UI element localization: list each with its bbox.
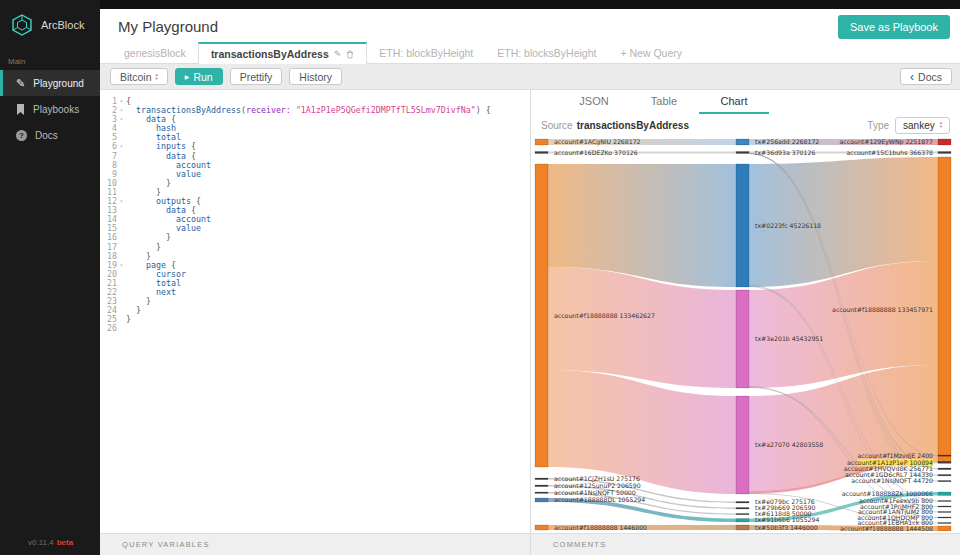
sankey-node-label: tx#50b3f3 1446000	[755, 524, 818, 531]
sankey-node[interactable]	[938, 526, 951, 531]
query-editor[interactable]: 1▾{2▾ transactionsByAddress(receiver: "1…	[100, 90, 530, 533]
run-button[interactable]: ▶ Run	[175, 68, 223, 85]
sankey-node[interactable]	[535, 498, 548, 502]
sidebar-item-playbooks[interactable]: Playbooks	[0, 96, 100, 122]
code-text: total	[126, 279, 530, 288]
sankey-node[interactable]	[736, 502, 749, 504]
sidebar-item-docs[interactable]: ?Docs	[0, 122, 100, 148]
fold-gutter	[117, 124, 126, 133]
edit-tab-icon[interactable]: ✎	[334, 49, 342, 59]
code-line: 22 next	[100, 288, 530, 297]
sankey-node[interactable]	[736, 525, 749, 530]
sankey-node[interactable]	[736, 514, 749, 515]
fold-arrow-icon[interactable]: ▾	[117, 97, 126, 106]
toolbar: Bitcoin ▴▾ ▶ Run Prettify History ‹ Docs	[100, 64, 960, 90]
results-tab-chart[interactable]: Chart	[699, 90, 769, 114]
sankey-node[interactable]	[938, 139, 951, 145]
results-panel: JSONTableChart Source transactionsByAddr…	[530, 90, 960, 533]
delete-tab-icon[interactable]	[346, 50, 354, 59]
sankey-node-label: account#188888DL 1055294	[554, 496, 645, 503]
fold-gutter	[117, 152, 126, 161]
sankey-node[interactable]	[938, 523, 951, 524]
fold-gutter	[117, 270, 126, 279]
sankey-node[interactable]	[535, 485, 548, 487]
sankey-node[interactable]	[938, 462, 951, 464]
sankey-node[interactable]	[535, 164, 548, 467]
sankey-node[interactable]	[938, 501, 951, 502]
fold-gutter	[117, 233, 126, 242]
sankey-node[interactable]	[736, 152, 749, 154]
save-as-playbook-button[interactable]: Save as Playbook	[838, 15, 950, 39]
sankey-node[interactable]	[736, 164, 749, 287]
sankey-node[interactable]	[736, 396, 749, 494]
sankey-node[interactable]	[938, 157, 951, 462]
sankey-node[interactable]	[736, 519, 749, 523]
sankey-node[interactable]	[736, 508, 749, 510]
results-tab-json[interactable]: JSON	[559, 90, 629, 114]
fold-arrow-icon[interactable]: ▾	[117, 197, 126, 206]
comments-bar[interactable]: COMMENTS	[530, 533, 960, 555]
sankey-node-label: account#188888ZK 1000066	[842, 490, 933, 497]
sankey-node-label: tx#0223fc 45226118	[755, 222, 821, 229]
fold-arrow-icon[interactable]: ▾	[117, 142, 126, 151]
prettify-button[interactable]: Prettify	[230, 68, 283, 85]
sankey-node[interactable]	[535, 478, 548, 480]
sankey-node[interactable]	[938, 506, 951, 507]
query-tab-transactionsbyaddress[interactable]: transactionsByAddress✎	[198, 42, 367, 64]
history-button[interactable]: History	[289, 68, 342, 85]
sidebar-item-label: Playbooks	[33, 104, 79, 115]
fold-arrow-icon[interactable]: ▾	[117, 261, 126, 270]
sankey-node[interactable]	[938, 455, 951, 456]
code-text: value	[126, 170, 530, 179]
query-variables-bar[interactable]: QUERY VARIABLES	[100, 533, 530, 555]
sankey-node[interactable]	[938, 468, 951, 470]
sankey-node[interactable]	[736, 290, 749, 388]
fold-gutter	[117, 133, 126, 142]
fold-gutter	[117, 306, 126, 315]
sidebar-item-playground[interactable]: ✎Playground	[0, 70, 100, 96]
query-tab-eth-blocksbyheight[interactable]: ETH: blocksByHeight	[485, 42, 608, 63]
sankey-node[interactable]	[535, 139, 548, 145]
fold-gutter	[117, 315, 126, 324]
sankey-chart: account#1ACgNiU 2268172account#16DEZKo 3…	[533, 137, 955, 531]
query-tab-label: ETH: blocksByHeight	[497, 47, 596, 59]
code-text: }	[126, 243, 530, 252]
fold-gutter	[117, 188, 126, 197]
select-arrows-icon: ▴▾	[156, 73, 158, 81]
fold-gutter	[117, 324, 126, 333]
query-tab-label: + New Query	[620, 47, 682, 59]
sankey-node[interactable]	[736, 139, 749, 145]
arcblock-logo[interactable]: ArcBlock	[0, 0, 100, 47]
code-text: }	[126, 297, 530, 306]
sankey-node[interactable]	[535, 152, 548, 154]
fold-arrow-icon[interactable]: ▾	[117, 106, 126, 115]
query-tab-label: genesisBlock	[124, 47, 186, 59]
sankey-node[interactable]	[938, 152, 951, 154]
network-select[interactable]: Bitcoin ▴▾	[110, 68, 168, 85]
sankey-node-label: tx#91b6b6 1055294	[755, 516, 819, 523]
sankey-node[interactable]	[938, 517, 951, 518]
sankey-node[interactable]	[535, 525, 548, 530]
sankey-node[interactable]	[535, 492, 548, 493]
code-line: 16 }	[100, 233, 530, 242]
sankey-node-label: account#f18888888 133457971	[832, 306, 933, 313]
chevron-left-icon: ‹	[910, 72, 914, 82]
sankey-node[interactable]	[938, 475, 951, 476]
fold-gutter	[117, 297, 126, 306]
query-tab-genesisblock[interactable]: genesisBlock	[112, 42, 198, 63]
sankey-node[interactable]	[938, 481, 951, 482]
code-text: }	[126, 306, 530, 315]
sankey-node-label: account#f18888888 1444508	[840, 525, 933, 531]
code-text: page {	[126, 261, 530, 270]
page-title: My Playground	[118, 18, 218, 35]
query-tab-eth-blockbyheight[interactable]: ETH: blockByHeight	[367, 42, 485, 63]
docs-toggle-button[interactable]: ‹ Docs	[900, 68, 952, 85]
code-text	[126, 324, 530, 333]
source-label: Source	[541, 120, 573, 131]
query-tab--new-query[interactable]: + New Query	[608, 42, 694, 63]
sankey-node[interactable]	[938, 512, 951, 513]
fold-arrow-icon[interactable]: ▾	[117, 115, 126, 124]
chart-type-select[interactable]: sankey ▴▾	[895, 117, 950, 134]
results-tab-table[interactable]: Table	[629, 90, 699, 114]
sankey-node[interactable]	[938, 492, 951, 496]
